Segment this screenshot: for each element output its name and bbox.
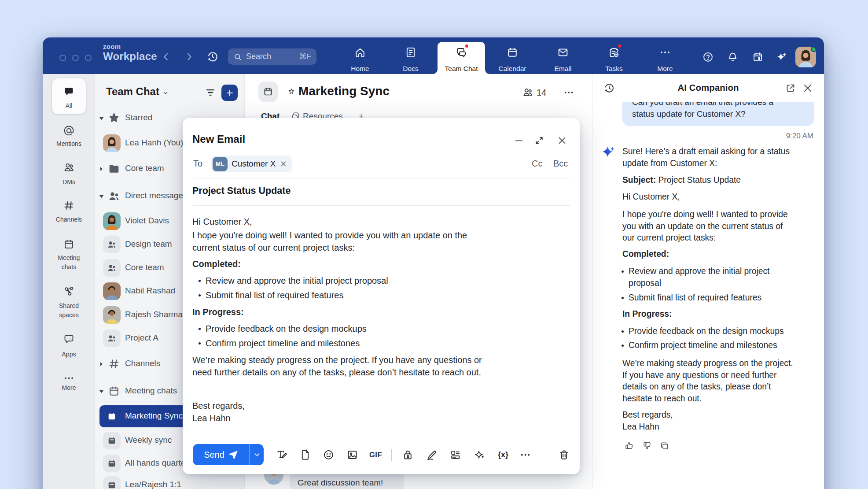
expand-button[interactable] bbox=[534, 136, 544, 145]
thumbs-down-icon[interactable] bbox=[642, 441, 652, 451]
caret-down-icon[interactable] bbox=[99, 193, 104, 199]
history-button[interactable] bbox=[206, 51, 219, 63]
email-body-greeting[interactable]: Hi Customer X, bbox=[192, 215, 570, 228]
chat-message-text: Great discussion team! bbox=[298, 478, 383, 488]
email-body-signature[interactable]: Best regards, Lea Hahn bbox=[192, 400, 570, 424]
calendar-page-button[interactable] bbox=[752, 51, 764, 63]
subject-input[interactable]: Project Status Update bbox=[192, 185, 291, 196]
image-button[interactable] bbox=[346, 449, 358, 461]
emoji-button[interactable] bbox=[323, 449, 335, 461]
more-options-button[interactable] bbox=[563, 87, 574, 98]
hash-icon bbox=[108, 358, 120, 370]
calendar-icon bbox=[108, 385, 120, 397]
ai-companion-logo-icon bbox=[601, 145, 616, 160]
presence-indicator bbox=[811, 47, 816, 52]
sidebar-item-label: Weekly sync bbox=[125, 435, 172, 445]
nav-tab-label: Docs bbox=[387, 65, 434, 73]
ai-compose-button[interactable] bbox=[474, 449, 485, 461]
sidebar-item-lea-rajesh-1-1[interactable]: Lea/Rajesh 1:1 bbox=[99, 474, 241, 489]
attach-file-button[interactable] bbox=[299, 449, 311, 461]
star-outline-icon[interactable] bbox=[287, 87, 296, 96]
search-input[interactable]: Search ⌘F bbox=[228, 48, 316, 65]
discard-button[interactable] bbox=[558, 449, 570, 461]
send-options-chevron-icon[interactable] bbox=[253, 450, 261, 459]
nav-tab-tasks[interactable]: Tasks bbox=[590, 42, 638, 74]
nav-tab-home[interactable]: Home bbox=[336, 42, 384, 74]
remove-recipient-icon[interactable] bbox=[280, 160, 287, 167]
thumbs-up-icon[interactable] bbox=[624, 441, 634, 451]
nav-tab-email[interactable]: Email bbox=[539, 42, 587, 74]
sidebar-item-label: Lea Hanh (You) bbox=[125, 138, 183, 148]
ai-response-completed-items-0: Review and approve the initial project p… bbox=[629, 266, 816, 289]
notification-badge bbox=[464, 44, 469, 48]
logo-workplace-text: Workplace bbox=[103, 51, 157, 62]
caret-right-icon[interactable] bbox=[99, 166, 104, 172]
member-count-label: 14 bbox=[537, 88, 546, 98]
people-tile-icon bbox=[103, 236, 121, 253]
window-control-minimize[interactable] bbox=[72, 55, 79, 61]
docs-icon bbox=[405, 46, 417, 59]
add-chat-button[interactable] bbox=[221, 85, 238, 101]
bell-button[interactable] bbox=[727, 51, 739, 63]
back-button[interactable] bbox=[160, 51, 172, 63]
channel-icon-badge bbox=[258, 82, 278, 102]
share-nodes-icon bbox=[63, 285, 75, 297]
nav-tab-more[interactable]: More bbox=[641, 42, 689, 74]
filter-button[interactable] bbox=[205, 87, 216, 98]
user-message-bubble: Can you draft an email that provides a s… bbox=[622, 102, 814, 126]
email-body-closing[interactable]: We’re making steady progress on the proj… bbox=[192, 354, 570, 378]
search-shortcut: ⌘F bbox=[299, 52, 311, 61]
to-label: To bbox=[193, 159, 202, 169]
email-body-intro[interactable]: I hope you're doing well! I wanted to pr… bbox=[192, 229, 570, 254]
sidebar-item-label: Starred bbox=[125, 113, 152, 122]
star-icon bbox=[108, 112, 120, 124]
template-button[interactable] bbox=[449, 449, 461, 461]
avatar bbox=[103, 282, 121, 300]
open-external-button[interactable] bbox=[785, 83, 796, 93]
close-panel-button[interactable] bbox=[802, 83, 813, 93]
sidebar-title[interactable]: Team Chat bbox=[106, 85, 159, 98]
avatar bbox=[103, 134, 121, 152]
subject-label: Subject: bbox=[622, 175, 656, 185]
encrypt-button[interactable] bbox=[402, 449, 414, 461]
close-button[interactable] bbox=[557, 136, 567, 145]
sparkle-button[interactable] bbox=[776, 51, 787, 63]
nav-tab-label: Team Chat bbox=[438, 65, 485, 73]
forward-button[interactable] bbox=[183, 51, 195, 63]
recipient-chip[interactable]: ML Customer X bbox=[211, 156, 292, 172]
page-title: Marketing Sync bbox=[298, 84, 390, 98]
nav-tab-calendar[interactable]: Calendar bbox=[489, 42, 536, 74]
email-body-completed-label[interactable]: Completed: bbox=[192, 258, 570, 270]
cc-button[interactable]: Cc bbox=[532, 159, 542, 169]
bcc-button[interactable]: Bcc bbox=[553, 159, 568, 169]
logo-zoom-text: zoom bbox=[103, 43, 157, 50]
people-icon bbox=[63, 161, 75, 173]
people-icon bbox=[108, 190, 120, 202]
window-control-close[interactable] bbox=[59, 55, 66, 61]
rail-item-label: Apps bbox=[43, 350, 95, 359]
caret-down-icon[interactable] bbox=[99, 115, 104, 121]
nav-tab-docs[interactable]: Docs bbox=[387, 42, 434, 74]
send-button[interactable]: Send bbox=[193, 444, 264, 465]
minimize-button[interactable] bbox=[514, 136, 524, 145]
help-button[interactable] bbox=[702, 51, 714, 63]
caret-down-icon[interactable] bbox=[99, 389, 104, 394]
signature-button[interactable] bbox=[426, 449, 438, 461]
caret-right-icon[interactable] bbox=[99, 361, 104, 367]
nav-tab-team-chat[interactable]: Team Chat bbox=[438, 42, 485, 74]
variables-button[interactable]: {x} bbox=[498, 450, 508, 459]
window-control-zoom[interactable] bbox=[85, 55, 92, 61]
copy-icon[interactable] bbox=[659, 441, 669, 451]
rail-item-label: All bbox=[43, 101, 95, 111]
sidebar-item-label: Channels bbox=[125, 359, 160, 368]
more-tools-button[interactable] bbox=[519, 449, 531, 461]
gif-button[interactable]: GIF bbox=[369, 451, 382, 459]
calendar-icon bbox=[63, 238, 75, 250]
user-avatar[interactable] bbox=[795, 47, 816, 67]
format-button[interactable] bbox=[276, 449, 287, 461]
people-tile-icon bbox=[103, 330, 121, 347]
calendar-tile-icon bbox=[103, 455, 121, 472]
email-body-in-progress-items-0: Provide feedback on the design mockups bbox=[206, 322, 566, 335]
modal-title: New Email bbox=[192, 133, 245, 145]
email-body-in-progress-label[interactable]: In Progress: bbox=[192, 306, 570, 318]
